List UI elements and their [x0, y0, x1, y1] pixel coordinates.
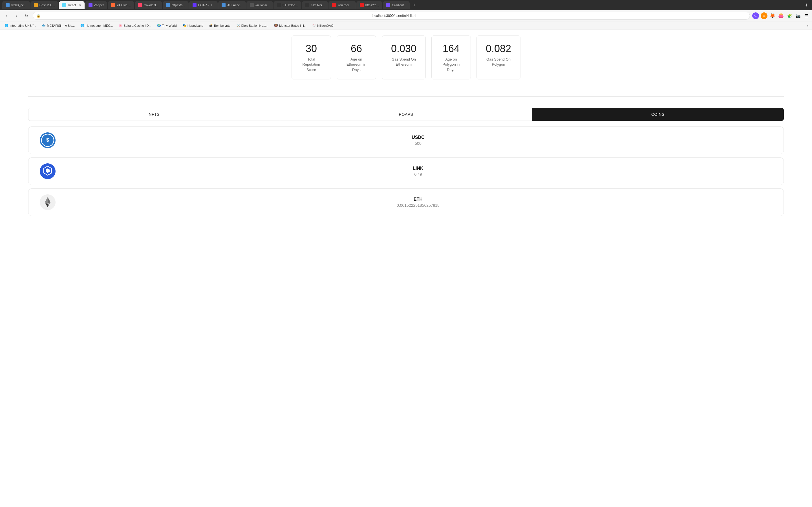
link-info: LINK 0.49 — [64, 166, 772, 177]
stat-value-polygon-age: 164 — [441, 43, 462, 55]
lock-icon: 🔒 — [36, 14, 41, 18]
stat-card-polygon-age: 164 Age onPolygon inDays — [432, 36, 471, 79]
wallet-icon[interactable]: 👛 — [777, 12, 784, 19]
link-amount: 0.49 — [64, 172, 772, 177]
tab-bar: web3_ne... Best JSC... React ✕ Zapper 24… — [0, 0, 812, 10]
stat-label-reputation: TotalReputationScore — [301, 57, 322, 72]
stat-card-eth-age: 66 Age onEthereum inDays — [337, 36, 376, 79]
bookmark-nijigen[interactable]: 🎌 NijigenDAO — [310, 23, 336, 28]
bookmark-mec[interactable]: 🌐 Homepage - MEC... — [78, 23, 115, 28]
usdc-icon: $ — [40, 132, 56, 148]
eth-icon — [40, 194, 56, 210]
tab-poaps[interactable]: POAPS — [280, 108, 532, 121]
eth-amount: 0.001522251856257818 — [64, 203, 772, 208]
coin-item-eth: ETH 0.001522251856257818 — [28, 188, 784, 216]
tab-poap[interactable]: POAP - H... — [189, 1, 218, 9]
stat-card-reputation: 30 TotalReputationScore — [292, 36, 331, 79]
stat-label-eth-age: Age onEthereum inDays — [346, 57, 367, 72]
tab-covalent[interactable]: Covalent... — [135, 1, 162, 9]
tab-close-icon[interactable]: ✕ — [79, 4, 81, 7]
link-icon — [40, 163, 56, 179]
warning-icon[interactable]: ⚠ — [761, 12, 767, 19]
coins-tab-content: $ USDC 500 — [28, 121, 784, 222]
screenshot-icon[interactable]: 📷 — [795, 12, 801, 19]
stat-card-eth-gas: 0.030 Gas Spend OnEthereum — [382, 36, 426, 79]
stat-label-polygon-gas: Gas Spend OnPolygon — [486, 57, 511, 67]
tab-https1[interactable]: https://a... — [163, 1, 189, 9]
back-button[interactable]: ‹ — [2, 12, 10, 20]
browser-chrome: web3_ne... Best JSC... React ✕ Zapper 24… — [0, 0, 812, 30]
tab-youreceiv[interactable]: You rece... — [328, 1, 356, 9]
bookmark-metafish[interactable]: 🐟 METAFISH - A Blo... — [40, 23, 77, 28]
stats-section: 30 TotalReputationScore 66 Age onEthereu… — [0, 30, 812, 85]
coin-list: $ USDC 500 — [28, 126, 784, 216]
bookmark-tinyworld[interactable]: 🌍 Tiny World — [155, 23, 179, 28]
tab-nikhilver[interactable]: nikhilver... — [302, 1, 328, 9]
forward-button[interactable]: › — [12, 12, 20, 20]
svg-text:$: $ — [46, 137, 49, 143]
address-bar[interactable]: 🔒 localhost:3000/user/ftnikhil.eth — [33, 12, 750, 20]
stat-card-polygon-gas: 0.082 Gas Spend OnPolygon — [476, 36, 520, 79]
tab-nfts[interactable]: NFTS — [28, 108, 280, 121]
fox-icon[interactable]: 🦊 — [769, 12, 776, 19]
bookmark-elpis[interactable]: ⚔️ Elpis Battle | No.1... — [234, 23, 271, 28]
tab-ethglobal[interactable]: ETHGlob... — [273, 1, 301, 9]
usdc-amount: 500 — [64, 141, 772, 146]
address-text[interactable]: localhost:3000/user/ftnikhil.eth — [43, 14, 746, 18]
tab-gwei[interactable]: 24 Gwei... — [108, 1, 134, 9]
bookmark-monster[interactable]: 👹 Monster Battle | H... — [272, 23, 309, 28]
bookmark-uns[interactable]: 🌐 Integrating UNS "... — [2, 23, 38, 28]
tab-coins[interactable]: COINS — [532, 108, 784, 121]
stat-label-eth-gas: Gas Spend OnEthereum — [391, 57, 416, 67]
menu-icon[interactable]: ☰ — [803, 12, 810, 19]
bookmark-bombcrypto[interactable]: 💣 Bombcrypto — [207, 23, 233, 28]
tabs-section: NFTS POAPS COINS $ USDC — [0, 97, 812, 222]
bookmark-happyland[interactable]: 🎭 HappyLand — [180, 23, 206, 28]
new-tab-button[interactable]: + — [410, 1, 418, 9]
page-content: 30 TotalReputationScore 66 Age onEthereu… — [0, 30, 812, 507]
tab-zapper[interactable]: Zapper — [85, 1, 107, 9]
bookmark-sakura[interactable]: 🌸 Sakura Casino | D... — [116, 23, 153, 28]
minimize-icon[interactable]: ⬇ — [803, 2, 810, 8]
bookmarks-bar: 🌐 Integrating UNS "... 🐟 METAFISH - A Bl… — [0, 21, 812, 30]
eth-info: ETH 0.001522251856257818 — [64, 197, 772, 208]
tab-api[interactable]: API Acce... — [218, 1, 246, 9]
shield-icon[interactable]: 🛡 — [752, 12, 759, 19]
usdc-name: USDC — [64, 135, 772, 140]
tabs-header: NFTS POAPS COINS — [28, 108, 784, 121]
tab-gradient[interactable]: Gradient... — [383, 1, 410, 9]
tab-web3[interactable]: web3_ne... — [2, 1, 30, 9]
usdc-info: USDC 500 — [64, 135, 772, 146]
stat-value-eth-gas: 0.030 — [391, 43, 416, 55]
stat-value-polygon-gas: 0.082 — [486, 43, 511, 55]
bookmarks-more[interactable]: » — [806, 24, 810, 27]
coin-item-usdc: $ USDC 500 — [28, 126, 784, 154]
nav-bar: ‹ › ↻ 🔒 localhost:3000/user/ftnikhil.eth… — [0, 10, 812, 21]
tab-actions[interactable]: /actions/... — [246, 1, 273, 9]
stat-value-reputation: 30 — [301, 43, 322, 55]
browser-nav-icons: 🛡 ⚠ 🦊 👛 🧩 📷 ☰ — [752, 12, 810, 19]
stat-value-eth-age: 66 — [346, 43, 367, 55]
coin-item-link: LINK 0.49 — [28, 158, 784, 185]
tab-best-js[interactable]: Best JSC... — [31, 1, 58, 9]
link-name: LINK — [64, 166, 772, 171]
eth-name: ETH — [64, 197, 772, 202]
stat-label-polygon-age: Age onPolygon inDays — [441, 57, 462, 72]
reload-button[interactable]: ↻ — [22, 12, 31, 20]
puzzle-icon[interactable]: 🧩 — [786, 12, 793, 19]
tab-react[interactable]: React ✕ — [59, 1, 85, 9]
tab-https2[interactable]: https://a... — [356, 1, 382, 9]
